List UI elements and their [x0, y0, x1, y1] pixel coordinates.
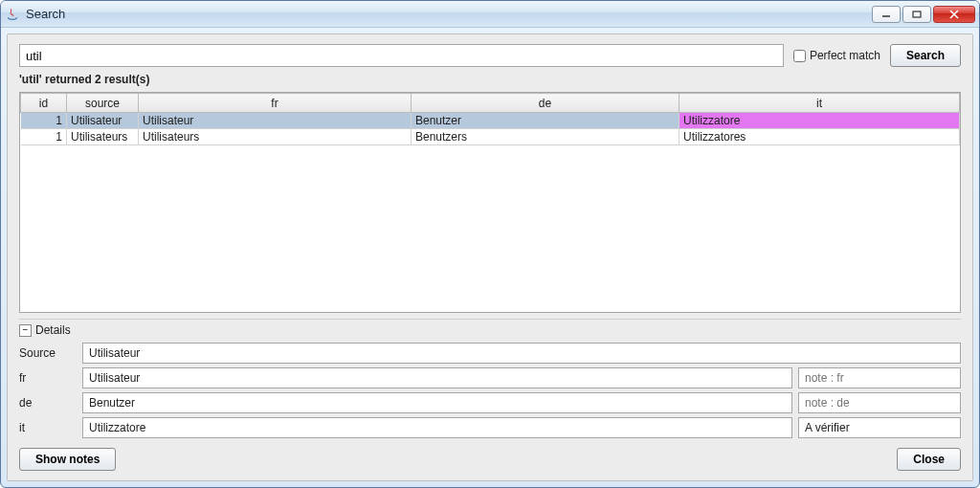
search-input[interactable] — [19, 44, 784, 67]
content-panel: Perfect match Search 'util' returned 2 r… — [7, 33, 973, 481]
cell-de: Benutzers — [412, 129, 679, 145]
table-row[interactable]: 1 Utilisateur Utilisateur Benutzer Utili… — [21, 113, 960, 129]
cell-it: Utilizzatores — [679, 129, 960, 145]
col-source[interactable]: source — [67, 94, 139, 113]
perfect-match-option[interactable]: Perfect match — [793, 49, 880, 62]
fr-note-field[interactable] — [798, 367, 961, 388]
details-grid: Source fr de it — [19, 343, 961, 438]
svg-rect-1 — [913, 11, 921, 17]
col-id[interactable]: id — [21, 94, 67, 113]
result-status: 'util' returned 2 result(s) — [19, 73, 961, 86]
col-it[interactable]: it — [679, 94, 960, 113]
close-button[interactable]: Close — [897, 448, 961, 471]
search-row: Perfect match Search — [19, 44, 961, 67]
it-field[interactable] — [82, 417, 792, 438]
source-label: Source — [19, 346, 77, 360]
col-de[interactable]: de — [412, 94, 679, 113]
details-panel-label: Details — [35, 323, 71, 337]
col-fr[interactable]: fr — [139, 94, 412, 113]
fr-label: fr — [19, 371, 77, 385]
window-title: Search — [26, 7, 65, 21]
de-label: de — [19, 396, 77, 410]
cell-id: 1 — [21, 129, 67, 145]
table-empty-area — [20, 145, 960, 312]
footer-row: Show notes Close — [19, 444, 961, 471]
perfect-match-checkbox[interactable] — [793, 50, 806, 62]
table-row[interactable]: 1 Utilisateurs Utilisateurs Benutzers Ut… — [21, 129, 960, 145]
cell-de: Benutzer — [412, 113, 679, 129]
table-header-row: id source fr de it — [21, 94, 960, 113]
search-button[interactable]: Search — [890, 44, 961, 67]
show-notes-button[interactable]: Show notes — [19, 448, 116, 471]
it-note-field[interactable] — [798, 417, 961, 438]
results-table: id source fr de it 1 Utilisateur Utilisa… — [20, 93, 960, 145]
cell-source: Utilisateur — [67, 113, 139, 129]
cell-id: 1 — [21, 113, 67, 129]
titlebar: Search — [1, 1, 979, 28]
details-header: − Details — [19, 319, 961, 337]
search-window: Search Perfect match Search 'util' retur… — [0, 0, 980, 488]
cell-source: Utilisateurs — [67, 129, 139, 145]
collapse-icon[interactable]: − — [19, 324, 32, 337]
de-field[interactable] — [82, 392, 792, 413]
close-window-button[interactable] — [933, 6, 975, 23]
cell-fr: Utilisateurs — [139, 129, 412, 145]
cell-it: Utilizzatore — [679, 113, 960, 129]
java-icon — [5, 7, 20, 22]
cell-fr: Utilisateur — [139, 113, 412, 129]
source-field[interactable] — [82, 343, 961, 364]
maximize-button[interactable] — [902, 6, 931, 23]
it-label: it — [19, 421, 77, 434]
fr-field[interactable] — [82, 367, 792, 388]
results-table-wrap: id source fr de it 1 Utilisateur Utilisa… — [19, 92, 961, 313]
perfect-match-label: Perfect match — [810, 49, 880, 62]
minimize-button[interactable] — [872, 6, 901, 23]
de-note-field[interactable] — [798, 392, 961, 413]
